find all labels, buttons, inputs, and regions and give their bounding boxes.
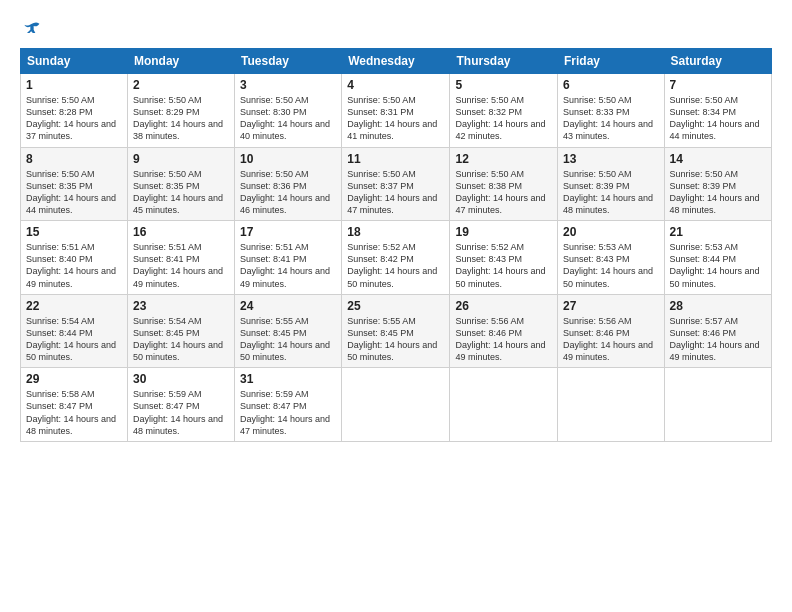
day-number: 27 (563, 299, 659, 313)
day-number: 30 (133, 372, 229, 386)
day-number: 13 (563, 152, 659, 166)
table-row: 16Sunrise: 5:51 AMSunset: 8:41 PMDayligh… (127, 221, 234, 295)
table-row: 1Sunrise: 5:50 AMSunset: 8:28 PMDaylight… (21, 74, 128, 148)
day-info: Sunrise: 5:50 AMSunset: 8:32 PMDaylight:… (455, 94, 552, 143)
day-info: Sunrise: 5:50 AMSunset: 8:39 PMDaylight:… (670, 168, 766, 217)
day-number: 29 (26, 372, 122, 386)
day-number: 12 (455, 152, 552, 166)
logo-bird-icon (22, 18, 42, 38)
table-row: 25Sunrise: 5:55 AMSunset: 8:45 PMDayligh… (342, 294, 450, 368)
logo (20, 18, 42, 38)
day-info: Sunrise: 5:50 AMSunset: 8:33 PMDaylight:… (563, 94, 659, 143)
table-row: 31Sunrise: 5:59 AMSunset: 8:47 PMDayligh… (235, 368, 342, 442)
day-number: 5 (455, 78, 552, 92)
day-number: 15 (26, 225, 122, 239)
day-info: Sunrise: 5:59 AMSunset: 8:47 PMDaylight:… (240, 388, 336, 437)
table-row: 12Sunrise: 5:50 AMSunset: 8:38 PMDayligh… (450, 147, 558, 221)
day-info: Sunrise: 5:56 AMSunset: 8:46 PMDaylight:… (455, 315, 552, 364)
day-number: 11 (347, 152, 444, 166)
day-number: 9 (133, 152, 229, 166)
calendar-table: SundayMondayTuesdayWednesdayThursdayFrid… (20, 48, 772, 442)
day-info: Sunrise: 5:56 AMSunset: 8:46 PMDaylight:… (563, 315, 659, 364)
day-info: Sunrise: 5:58 AMSunset: 8:47 PMDaylight:… (26, 388, 122, 437)
day-info: Sunrise: 5:50 AMSunset: 8:36 PMDaylight:… (240, 168, 336, 217)
day-number: 24 (240, 299, 336, 313)
table-row: 8Sunrise: 5:50 AMSunset: 8:35 PMDaylight… (21, 147, 128, 221)
day-info: Sunrise: 5:54 AMSunset: 8:45 PMDaylight:… (133, 315, 229, 364)
table-row: 24Sunrise: 5:55 AMSunset: 8:45 PMDayligh… (235, 294, 342, 368)
day-number: 19 (455, 225, 552, 239)
table-row (664, 368, 771, 442)
calendar-header-monday: Monday (127, 49, 234, 74)
calendar-header-sunday: Sunday (21, 49, 128, 74)
table-row: 27Sunrise: 5:56 AMSunset: 8:46 PMDayligh… (558, 294, 665, 368)
calendar-header-saturday: Saturday (664, 49, 771, 74)
table-row: 26Sunrise: 5:56 AMSunset: 8:46 PMDayligh… (450, 294, 558, 368)
day-number: 22 (26, 299, 122, 313)
table-row: 14Sunrise: 5:50 AMSunset: 8:39 PMDayligh… (664, 147, 771, 221)
day-number: 18 (347, 225, 444, 239)
day-info: Sunrise: 5:50 AMSunset: 8:37 PMDaylight:… (347, 168, 444, 217)
day-number: 28 (670, 299, 766, 313)
day-number: 3 (240, 78, 336, 92)
day-number: 8 (26, 152, 122, 166)
calendar-header-friday: Friday (558, 49, 665, 74)
table-row (450, 368, 558, 442)
table-row: 18Sunrise: 5:52 AMSunset: 8:42 PMDayligh… (342, 221, 450, 295)
table-row: 28Sunrise: 5:57 AMSunset: 8:46 PMDayligh… (664, 294, 771, 368)
day-info: Sunrise: 5:50 AMSunset: 8:38 PMDaylight:… (455, 168, 552, 217)
table-row: 6Sunrise: 5:50 AMSunset: 8:33 PMDaylight… (558, 74, 665, 148)
day-info: Sunrise: 5:55 AMSunset: 8:45 PMDaylight:… (347, 315, 444, 364)
day-info: Sunrise: 5:50 AMSunset: 8:29 PMDaylight:… (133, 94, 229, 143)
day-info: Sunrise: 5:50 AMSunset: 8:39 PMDaylight:… (563, 168, 659, 217)
table-row: 5Sunrise: 5:50 AMSunset: 8:32 PMDaylight… (450, 74, 558, 148)
table-row: 30Sunrise: 5:59 AMSunset: 8:47 PMDayligh… (127, 368, 234, 442)
table-row: 20Sunrise: 5:53 AMSunset: 8:43 PMDayligh… (558, 221, 665, 295)
calendar-header-thursday: Thursday (450, 49, 558, 74)
day-number: 1 (26, 78, 122, 92)
table-row (342, 368, 450, 442)
table-row: 11Sunrise: 5:50 AMSunset: 8:37 PMDayligh… (342, 147, 450, 221)
page: SundayMondayTuesdayWednesdayThursdayFrid… (0, 0, 792, 612)
table-row: 10Sunrise: 5:50 AMSunset: 8:36 PMDayligh… (235, 147, 342, 221)
table-row: 9Sunrise: 5:50 AMSunset: 8:35 PMDaylight… (127, 147, 234, 221)
day-info: Sunrise: 5:55 AMSunset: 8:45 PMDaylight:… (240, 315, 336, 364)
table-row: 3Sunrise: 5:50 AMSunset: 8:30 PMDaylight… (235, 74, 342, 148)
table-row: 22Sunrise: 5:54 AMSunset: 8:44 PMDayligh… (21, 294, 128, 368)
day-info: Sunrise: 5:53 AMSunset: 8:43 PMDaylight:… (563, 241, 659, 290)
table-row: 2Sunrise: 5:50 AMSunset: 8:29 PMDaylight… (127, 74, 234, 148)
day-info: Sunrise: 5:54 AMSunset: 8:44 PMDaylight:… (26, 315, 122, 364)
day-number: 26 (455, 299, 552, 313)
calendar-header-tuesday: Tuesday (235, 49, 342, 74)
day-number: 10 (240, 152, 336, 166)
table-row: 7Sunrise: 5:50 AMSunset: 8:34 PMDaylight… (664, 74, 771, 148)
table-row: 29Sunrise: 5:58 AMSunset: 8:47 PMDayligh… (21, 368, 128, 442)
day-info: Sunrise: 5:51 AMSunset: 8:41 PMDaylight:… (240, 241, 336, 290)
day-number: 23 (133, 299, 229, 313)
table-row: 17Sunrise: 5:51 AMSunset: 8:41 PMDayligh… (235, 221, 342, 295)
day-info: Sunrise: 5:50 AMSunset: 8:30 PMDaylight:… (240, 94, 336, 143)
table-row (558, 368, 665, 442)
day-info: Sunrise: 5:50 AMSunset: 8:34 PMDaylight:… (670, 94, 766, 143)
day-info: Sunrise: 5:51 AMSunset: 8:40 PMDaylight:… (26, 241, 122, 290)
day-number: 7 (670, 78, 766, 92)
day-number: 25 (347, 299, 444, 313)
header (20, 18, 772, 38)
day-number: 14 (670, 152, 766, 166)
day-info: Sunrise: 5:50 AMSunset: 8:35 PMDaylight:… (133, 168, 229, 217)
day-number: 20 (563, 225, 659, 239)
day-number: 2 (133, 78, 229, 92)
table-row: 21Sunrise: 5:53 AMSunset: 8:44 PMDayligh… (664, 221, 771, 295)
day-info: Sunrise: 5:50 AMSunset: 8:31 PMDaylight:… (347, 94, 444, 143)
day-number: 21 (670, 225, 766, 239)
day-info: Sunrise: 5:50 AMSunset: 8:35 PMDaylight:… (26, 168, 122, 217)
day-info: Sunrise: 5:57 AMSunset: 8:46 PMDaylight:… (670, 315, 766, 364)
day-info: Sunrise: 5:59 AMSunset: 8:47 PMDaylight:… (133, 388, 229, 437)
day-info: Sunrise: 5:53 AMSunset: 8:44 PMDaylight:… (670, 241, 766, 290)
table-row: 23Sunrise: 5:54 AMSunset: 8:45 PMDayligh… (127, 294, 234, 368)
day-number: 16 (133, 225, 229, 239)
day-number: 17 (240, 225, 336, 239)
day-info: Sunrise: 5:52 AMSunset: 8:43 PMDaylight:… (455, 241, 552, 290)
calendar-header-wednesday: Wednesday (342, 49, 450, 74)
table-row: 13Sunrise: 5:50 AMSunset: 8:39 PMDayligh… (558, 147, 665, 221)
